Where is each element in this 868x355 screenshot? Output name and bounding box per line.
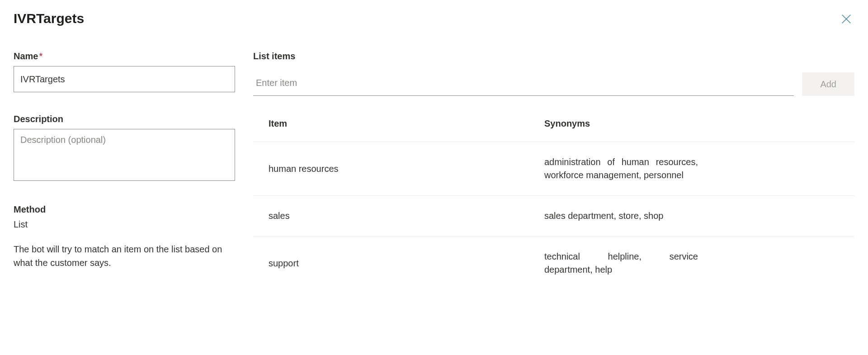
description-input[interactable] bbox=[14, 129, 235, 181]
description-label: Description bbox=[14, 114, 235, 124]
close-button[interactable] bbox=[838, 11, 854, 28]
table-row[interactable]: sales sales department, store, shop bbox=[253, 196, 854, 237]
item-cell: support bbox=[269, 258, 544, 269]
method-description: The bot will try to match an item on the… bbox=[14, 242, 226, 270]
add-button[interactable]: Add bbox=[802, 72, 854, 96]
synonyms-cell: administration of human resources, workf… bbox=[544, 156, 698, 182]
enter-item-input[interactable] bbox=[253, 73, 794, 96]
close-icon bbox=[840, 13, 853, 25]
method-value: List bbox=[14, 219, 235, 230]
list-items-label: List items bbox=[253, 51, 854, 62]
column-header-synonyms: Synonyms bbox=[544, 118, 848, 129]
item-cell: sales bbox=[269, 211, 544, 221]
table-row[interactable]: support technical helpline, service depa… bbox=[253, 237, 854, 290]
synonyms-cell: technical helpline, service department, … bbox=[544, 250, 698, 276]
table-row[interactable]: human resources administration of human … bbox=[253, 142, 854, 196]
table-header: Item Synonyms bbox=[253, 118, 854, 142]
required-indicator: * bbox=[39, 51, 42, 61]
name-label: Name* bbox=[14, 51, 235, 62]
page-title: IVRTargets bbox=[14, 11, 84, 26]
item-cell: human resources bbox=[269, 164, 544, 174]
name-input[interactable] bbox=[14, 66, 235, 92]
column-header-item: Item bbox=[269, 118, 544, 129]
synonyms-cell: sales department, store, shop bbox=[544, 209, 698, 222]
method-label: Method bbox=[14, 204, 235, 215]
items-table: Item Synonyms human resources administra… bbox=[253, 118, 854, 290]
